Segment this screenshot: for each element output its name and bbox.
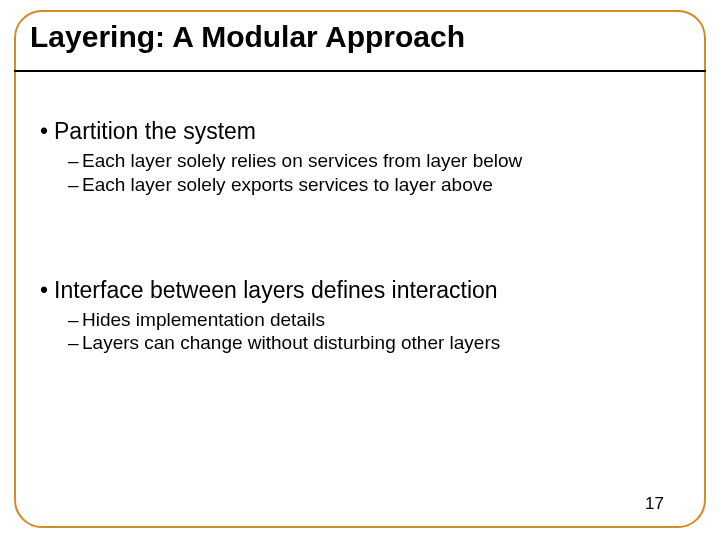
sub-text: Each layer solely relies on services fro…: [82, 150, 522, 171]
bullet-marker: •: [40, 277, 54, 304]
bullet-1: •Partition the system: [40, 118, 670, 145]
title-underline: [14, 70, 706, 72]
slide-title: Layering: A Modular Approach: [30, 20, 465, 54]
bullet-marker: •: [40, 118, 54, 145]
bullet-text: Partition the system: [54, 118, 256, 144]
sub-bullet: –Each layer solely exports services to l…: [68, 173, 670, 197]
sub-bullet: –Each layer solely relies on services fr…: [68, 149, 670, 173]
dash-marker: –: [68, 149, 82, 173]
sub-text: Layers can change without disturbing oth…: [82, 332, 500, 353]
page-number: 17: [645, 494, 664, 514]
sub-bullet: –Hides implementation details: [68, 308, 670, 332]
sub-text: Hides implementation details: [82, 309, 325, 330]
dash-marker: –: [68, 308, 82, 332]
dash-marker: –: [68, 331, 82, 355]
sub-bullet: –Layers can change without disturbing ot…: [68, 331, 670, 355]
bullet-2: •Interface between layers defines intera…: [40, 277, 670, 304]
sub-text: Each layer solely exports services to la…: [82, 174, 493, 195]
bullet-text: Interface between layers defines interac…: [54, 277, 498, 303]
dash-marker: –: [68, 173, 82, 197]
slide-content: •Partition the system –Each layer solely…: [40, 118, 670, 355]
